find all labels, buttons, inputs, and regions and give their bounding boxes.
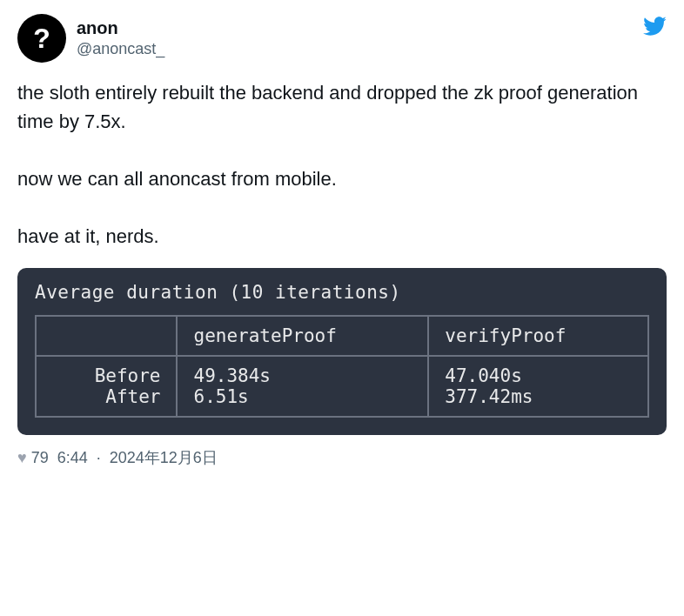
benchmark-code-block: Average duration (10 iterations) generat… (17, 268, 667, 435)
separator-dot: · (97, 449, 101, 467)
code-title: Average duration (10 iterations) (35, 282, 649, 303)
table-header-row: generateProof verifyProof (36, 316, 648, 356)
cell-before-generate: 49.384s (177, 356, 428, 386)
cell-after-verify: 377.42ms (428, 386, 648, 417)
tweet-date[interactable]: 2024年12月6日 (110, 447, 218, 468)
table-header-generate: generateProof (177, 316, 428, 356)
row-label-before: Before (36, 356, 177, 386)
table-row: Before 49.384s 47.040s (36, 356, 648, 386)
like-button[interactable]: ♥ 79 (17, 449, 49, 467)
table-row: After 6.51s 377.42ms (36, 386, 648, 417)
author-names: anon @anoncast_ (77, 17, 164, 59)
tweet-footer: ♥ 79 6:44 · 2024年12月6日 (17, 447, 667, 468)
cell-after-generate: 6.51s (177, 386, 428, 417)
cell-before-verify: 47.040s (428, 356, 648, 386)
table-header-verify: verifyProof (428, 316, 648, 356)
table-header-empty (36, 316, 177, 356)
avatar[interactable]: ? (17, 14, 66, 63)
benchmark-table: generateProof verifyProof Before 49.384s… (35, 315, 649, 418)
display-name[interactable]: anon (77, 17, 164, 39)
author-block[interactable]: ? anon @anoncast_ (17, 14, 164, 63)
handle[interactable]: @anoncast_ (77, 39, 164, 59)
tweet-time[interactable]: 6:44 (57, 449, 88, 467)
tweet-text: the sloth entirely rebuilt the backend a… (17, 78, 667, 251)
like-count: 79 (31, 449, 49, 467)
twitter-bird-icon[interactable] (642, 14, 667, 42)
heart-icon: ♥ (17, 449, 27, 467)
tweet-header: ? anon @anoncast_ (17, 14, 667, 63)
row-label-after: After (36, 386, 177, 417)
avatar-glyph: ? (33, 23, 50, 55)
